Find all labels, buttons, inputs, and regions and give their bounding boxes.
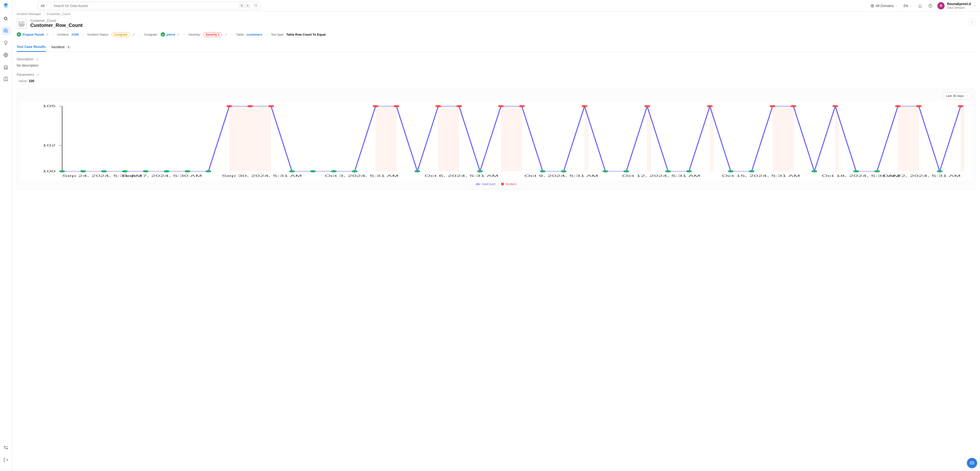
bell-icon: [918, 4, 922, 8]
svg-point-54: [540, 170, 546, 172]
svg-point-67: [812, 170, 817, 172]
svg-text:Oct 3, 2024, 5:31 AM: Oct 3, 2024, 5:31 AM: [325, 174, 399, 178]
nav-explore-icon[interactable]: [2, 14, 10, 23]
svg-point-45: [352, 170, 358, 172]
incident-status-label: Incident Status:: [88, 33, 109, 37]
user-avatar: R: [937, 2, 945, 10]
svg-point-63: [728, 170, 733, 172]
svg-rect-20: [773, 106, 794, 171]
svg-point-38: [206, 170, 211, 172]
svg-point-69: [853, 170, 859, 172]
legend-rowcount-label[interactable]: rowCount: [482, 182, 495, 186]
svg-point-34: [122, 170, 127, 172]
table-link[interactable]: customers: [247, 33, 262, 37]
entity-type-icon: [17, 19, 26, 29]
language-label: EN: [904, 4, 908, 8]
svg-point-70: [874, 170, 880, 172]
edit-description-button[interactable]: [36, 57, 39, 61]
svg-point-52: [498, 105, 504, 107]
assignee-avatar: p: [161, 32, 165, 37]
topbar: All ⌘ K All Domains EN: [12, 0, 980, 12]
help-icon: [928, 4, 932, 8]
description-header: Description: [17, 57, 975, 61]
nav-insights-icon[interactable]: [2, 38, 10, 47]
nav-domain-icon[interactable]: [2, 51, 10, 59]
edit-status-button[interactable]: [132, 33, 135, 37]
pencil-icon: [46, 33, 49, 36]
legend-incident-label[interactable]: Incident: [505, 182, 516, 186]
svg-text:Oct 22, 2024, 5:31 AM: Oct 22, 2024, 5:31 AM: [882, 174, 961, 178]
breadcrumb-item[interactable]: Customer_Count: [46, 12, 70, 16]
rowcount-chart: 100102105Sep 24, 2024, 5:31 AMSep 27, 20…: [23, 104, 967, 179]
nav-logout-icon[interactable]: [2, 455, 10, 464]
user-menu[interactable]: R Rounakpreet.d Data Steward: [937, 2, 976, 10]
svg-point-12: [972, 23, 972, 23]
chart-area: 100102105Sep 24, 2024, 5:31 AMSep 27, 20…: [21, 101, 972, 180]
global-search: All ⌘ K: [38, 2, 261, 10]
svg-point-46: [373, 105, 378, 107]
svg-text:Oct 9, 2024, 5:31 AM: Oct 9, 2024, 5:31 AM: [524, 174, 598, 178]
nav-governance-icon[interactable]: [2, 63, 10, 72]
assignee-name[interactable]: pierre: [167, 33, 175, 37]
incident-status-badge: Assigned: [111, 32, 130, 37]
edit-assignee-button[interactable]: [177, 33, 180, 37]
svg-point-86: [477, 183, 479, 185]
svg-point-36: [164, 170, 169, 172]
svg-text:105: 105: [42, 104, 56, 108]
svg-point-53: [519, 105, 524, 107]
svg-point-55: [561, 170, 566, 172]
svg-rect-87: [970, 462, 974, 464]
svg-point-37: [185, 170, 190, 172]
nav-settings-icon[interactable]: [2, 443, 10, 452]
search-scope-dropdown[interactable]: All: [38, 2, 51, 10]
edit-severity-button[interactable]: [224, 33, 228, 37]
svg-point-40: [248, 105, 253, 107]
pencil-icon: [132, 33, 135, 36]
edit-owner-button[interactable]: [46, 33, 49, 37]
chevron-down-icon: [966, 94, 968, 97]
more-actions-button[interactable]: [968, 19, 975, 25]
svg-point-35: [143, 170, 148, 172]
svg-point-89: [972, 463, 973, 463]
edit-parameters-button[interactable]: [37, 73, 40, 76]
incident-number-link[interactable]: #306: [72, 33, 79, 37]
search-input[interactable]: [51, 2, 239, 10]
time-range-label: Last 30 days: [946, 94, 964, 98]
svg-point-4: [4, 447, 5, 447]
nav-glossary-icon[interactable]: [2, 75, 10, 84]
entity-parent-name: Customer_Count: [30, 19, 83, 22]
owner-name[interactable]: Prajwal Pandit: [22, 33, 44, 37]
app-logo[interactable]: [3, 2, 9, 10]
language-selector[interactable]: EN: [903, 2, 913, 9]
svg-point-61: [686, 170, 692, 172]
severity-badge: Severity 1: [203, 32, 222, 37]
nav-data-quality-icon[interactable]: [2, 26, 10, 35]
svg-rect-22: [898, 106, 919, 171]
chat-assistant-button[interactable]: [967, 458, 977, 468]
time-range-selector[interactable]: Last 30 days: [943, 92, 972, 99]
help-button[interactable]: [927, 2, 934, 10]
tab-results[interactable]: Test Case Results: [17, 42, 46, 52]
chevron-down-icon: [896, 5, 898, 7]
meta-row: P Prajwal Pandit | Incident: #306 | Inci…: [17, 32, 975, 37]
svg-text:Oct 15, 2024, 5:31 AM: Oct 15, 2024, 5:31 AM: [722, 174, 800, 178]
globe-icon: [870, 4, 874, 8]
svg-point-57: [603, 170, 608, 172]
breadcrumb-item[interactable]: Incident Manager: [17, 12, 41, 16]
svg-rect-15: [438, 106, 459, 171]
svg-point-66: [791, 105, 796, 107]
tab-incident[interactable]: Incident 1: [52, 42, 71, 52]
svg-point-56: [582, 105, 587, 107]
svg-point-49: [436, 105, 441, 107]
svg-point-65: [770, 105, 775, 107]
svg-point-51: [477, 170, 483, 172]
svg-point-60: [665, 170, 671, 172]
notifications-button[interactable]: [917, 2, 923, 10]
svg-point-68: [833, 105, 838, 107]
svg-text:Sep 27, 2024, 5:30 AM: Sep 27, 2024, 5:30 AM: [122, 174, 202, 178]
owner-avatar: P: [17, 32, 21, 37]
svg-point-64: [749, 170, 754, 172]
domain-selector[interactable]: All Domains: [870, 2, 899, 9]
search-icon[interactable]: [251, 3, 260, 8]
pencil-icon: [37, 73, 40, 76]
